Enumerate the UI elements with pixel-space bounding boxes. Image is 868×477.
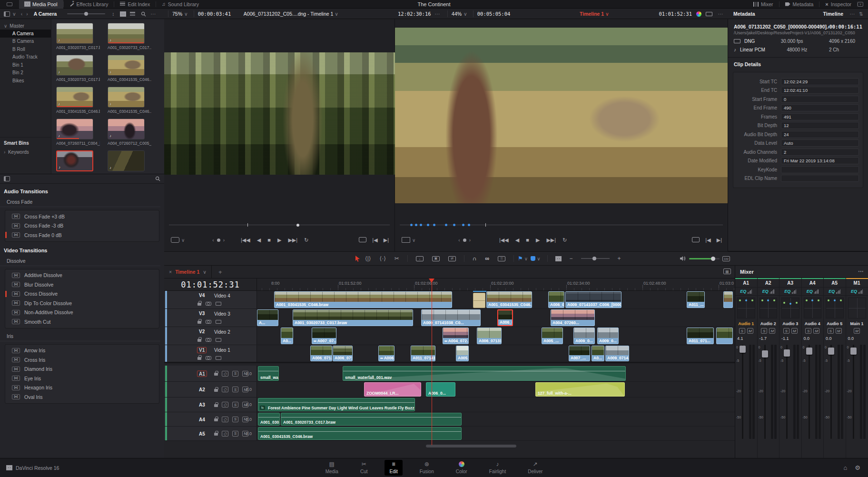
media-clip-thumbnail[interactable]: ♪ — [56, 55, 93, 76]
bin-a-camera[interactable]: A Camera — [0, 30, 51, 38]
search-icon[interactable] — [141, 11, 146, 17]
eq-button[interactable]: EQ — [735, 288, 757, 296]
track-lane-v1[interactable]: A006_07131137... A006_0713114... ∞A006_.… — [257, 345, 735, 362]
source-zoom-level[interactable]: 75% — [172, 11, 182, 17]
timeline-audio-clip[interactable]: A001_030... — [258, 413, 280, 426]
field-value[interactable]: 12:02:41:10 — [781, 87, 859, 94]
gang-icon[interactable] — [171, 237, 179, 243]
fader-handle[interactable] — [784, 349, 790, 357]
timeline-clip[interactable]: ∞A007_07... — [312, 328, 336, 344]
lock-icon[interactable] — [197, 303, 201, 306]
timeline-clip[interactable]: A009_07141037_C006_[0000... — [565, 291, 621, 308]
fader[interactable]: 0-5-20-50 — [779, 342, 801, 442]
pan-control[interactable] — [848, 298, 866, 318]
timeline-clip[interactable]: A007_... — [569, 346, 590, 361]
timeline-clip[interactable]: A009_0... — [597, 328, 619, 344]
track-lane-a3[interactable]: fxForest Ambience Pine Summer Day Light … — [257, 398, 735, 412]
pan-control[interactable] — [826, 298, 844, 318]
bin-2[interactable]: Bin 2 — [0, 69, 51, 77]
effect-dip-to-color[interactable]: ⋈Dip To Color Dissolve — [5, 298, 159, 308]
lock-icon[interactable] — [214, 404, 218, 407]
solo-button[interactable]: S — [232, 371, 238, 377]
field-value[interactable]: 0 — [781, 96, 859, 103]
media-clip-thumbnail-selected[interactable]: ♪ — [56, 150, 93, 171]
window-layout-icon[interactable]: ∨ — [858, 2, 863, 7]
pan-control[interactable] — [760, 298, 778, 318]
lock-icon[interactable] — [214, 433, 218, 436]
list-view-icon[interactable] — [130, 12, 135, 16]
mark-in-icon[interactable] — [359, 237, 366, 242]
inspector-button[interactable]: ×Inspector — [819, 0, 857, 9]
search-icon[interactable] — [155, 176, 160, 181]
bin-b-roll[interactable]: B Roll — [0, 45, 51, 53]
stop-button[interactable]: ■ — [267, 237, 271, 243]
slider-knob[interactable] — [711, 257, 715, 261]
effect-cross-fade-m3[interactable]: ⋈Cross Fade -3 dB — [5, 221, 159, 231]
timeline-clip[interactable]: ∞A006_... — [378, 346, 395, 361]
effect-hexagon-iris[interactable]: ⋈Hexagon Iris — [5, 383, 159, 393]
timeline-scrub-bar[interactable] — [400, 223, 723, 228]
timeline-view-options[interactable] — [556, 257, 561, 261]
fader[interactable]: 0-5-20-50 — [846, 342, 868, 442]
eq-button[interactable]: EQ — [779, 288, 801, 296]
marker-button[interactable] — [531, 256, 535, 261]
field-value[interactable]: 12:02:24:29 — [781, 78, 859, 85]
media-clip-thumbnail[interactable]: ♪ — [108, 23, 145, 44]
timeline-audio-clip[interactable]: small_waterfall_001.wav — [343, 366, 626, 381]
page-edit[interactable]: ≡Edit — [385, 460, 402, 476]
step-back-button[interactable]: ◀ — [515, 237, 519, 243]
link-icon[interactable]: ◇ — [222, 431, 228, 437]
step-back-button[interactable]: ◀ — [257, 237, 261, 243]
fader[interactable]: 0-5-20-50 — [802, 342, 824, 442]
zoom-out-button[interactable]: − — [570, 255, 573, 262]
more-options-icon[interactable]: ⋯ — [858, 268, 863, 275]
effect-cross-fade-p3[interactable]: ⋈Cross Fade +3 dB — [5, 212, 159, 221]
timeline-audio-clip[interactable]: A001_03020733_C017.braw — [281, 413, 462, 426]
field-value[interactable]: Fri Mar 22 2019 13:14:08 — [781, 157, 859, 164]
lock-icon[interactable] — [214, 373, 218, 376]
track-lane-v3[interactable]: A... A001_03020733_C017.braw A009_071410… — [257, 309, 735, 327]
solo-button[interactable]: S — [232, 402, 238, 407]
track-header-v1[interactable]: V1Video 1 — [164, 345, 257, 362]
scrub-playhead[interactable] — [485, 223, 486, 227]
source-viewer-image[interactable] — [164, 52, 395, 175]
loop-button[interactable]: ↻ — [304, 237, 308, 243]
link-icon[interactable]: ◇ — [222, 417, 228, 422]
more-options-icon[interactable]: ⋯ — [435, 11, 440, 17]
solo-button[interactable]: S — [828, 328, 834, 334]
eq-button[interactable]: EQ — [824, 288, 846, 296]
eq-button[interactable]: EQ — [758, 288, 779, 296]
back-icon[interactable]: ‹ — [21, 11, 23, 17]
bin-b-camera[interactable]: B Camera — [0, 38, 51, 46]
timeline-generator-clip[interactable] — [473, 293, 485, 308]
timeline-audio-clip[interactable]: small_wa... ∿ — [258, 366, 279, 381]
lock-icon[interactable] — [214, 418, 218, 421]
timeline-clip[interactable]: A006_071310... — [477, 328, 502, 344]
display-icon[interactable] — [706, 12, 712, 16]
track-lane-v4[interactable]: A001_03041535_C046.braw A001_03041535_C0… — [257, 291, 735, 308]
fader-handle[interactable] — [740, 346, 746, 353]
auto-select-icon[interactable] — [216, 338, 221, 342]
field-value[interactable]: 490 — [781, 104, 859, 111]
play-button[interactable]: ▶ — [536, 237, 540, 243]
enable-video-icon[interactable] — [206, 320, 211, 324]
track-lane-a5[interactable]: A001_03041535_C046.braw — [257, 427, 735, 440]
jog-control[interactable]: ‹› — [212, 238, 225, 243]
lock-icon[interactable] — [197, 357, 201, 360]
match-frame-out-icon[interactable]: ▶| — [384, 237, 389, 243]
add-timeline-button[interactable]: + — [218, 268, 222, 276]
effect-diamond-iris[interactable]: ⋈Diamond Iris — [5, 365, 159, 374]
field-value[interactable] — [781, 175, 859, 182]
page-media[interactable]: ▤Media — [321, 460, 343, 476]
go-to-end-button[interactable]: ▶▶| — [546, 237, 556, 243]
timeline-clip[interactable]: A006_0... — [548, 291, 564, 308]
mute-button[interactable]: M — [836, 328, 842, 334]
timeline-tab[interactable]: × Timeline 1 ∨ — [164, 266, 212, 278]
timeline-clip[interactable] — [716, 328, 733, 344]
destination-v1[interactable]: V1 — [197, 347, 207, 353]
thumbnail-view-icon[interactable] — [120, 12, 126, 16]
track-header-a4[interactable]: A4 ◇SM 2.0 — [164, 412, 257, 426]
slider-knob[interactable] — [592, 257, 596, 260]
page-fairlight[interactable]: ♪Fairlight — [484, 460, 511, 476]
timeline-clip[interactable]: A0... — [281, 328, 293, 344]
